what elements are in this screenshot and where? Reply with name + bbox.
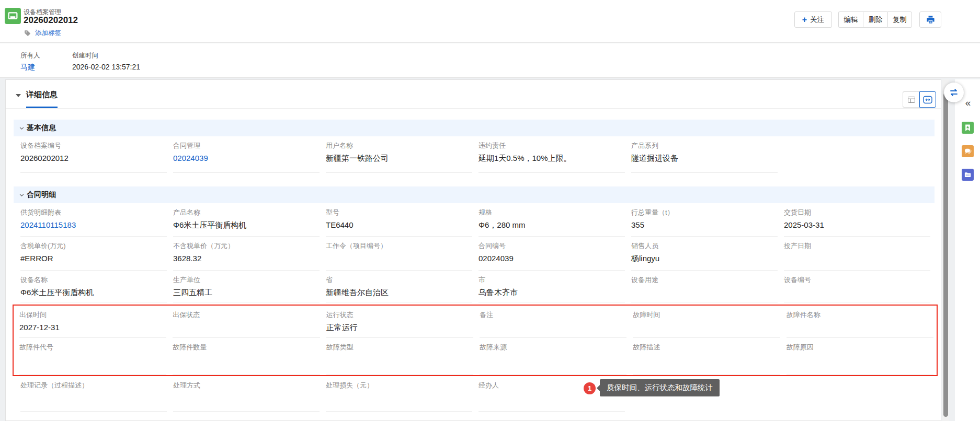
tab-detail-info[interactable]: 详细信息 xyxy=(26,90,58,108)
plus-icon: + xyxy=(802,16,807,24)
field-running-status: 运行状态 正常运行 xyxy=(326,306,473,338)
field-sales-person: 销售人员 杨lingyu xyxy=(631,237,778,271)
add-tag-link[interactable]: 添加标签 xyxy=(35,29,61,38)
field-handle-method: 处理方式 xyxy=(173,376,320,412)
tag-row: 添加标签 xyxy=(24,29,61,38)
field-fault-desc: 故障描述 xyxy=(633,338,780,375)
field-fault-part-code: 故障件代号 xyxy=(19,338,166,375)
printer-icon xyxy=(926,15,936,25)
owner-field: 所有人 马建 xyxy=(20,51,40,72)
layout-swap-button[interactable] xyxy=(944,83,964,102)
empty-cell xyxy=(784,376,930,412)
app-icon xyxy=(5,8,21,24)
created-time-label: 创建时间 xyxy=(72,51,140,60)
record-meta-bar: 所有人 马建 创建时间 2026-02-02 13:57:21 xyxy=(0,43,980,78)
field-delivery-date: 交货日期 2025-03-31 xyxy=(784,203,930,237)
bookmark-star-icon xyxy=(964,124,972,132)
empty-cell xyxy=(784,136,930,173)
folder-icon xyxy=(964,171,972,179)
files-widget-button[interactable] xyxy=(962,169,974,181)
fit-width-view-button[interactable] xyxy=(919,91,936,108)
tab-bar: 详细信息 xyxy=(6,80,941,109)
section-header-contract-detail[interactable]: 合同明细 xyxy=(14,186,935,203)
field-product-series: 产品系列 隧道掘进设备 xyxy=(631,136,778,173)
field-handle-loss: 处理损失（元） xyxy=(326,376,472,412)
top-header-bar: 设备档案管理 20260202012 添加标签 + 关注 编辑 删除 复制 xyxy=(0,0,980,43)
contract-row-3: 设备名称 Φ6米土压平衡盾构机 生产单位 三四五精工 省 新疆维吾尔自治区 市 … xyxy=(20,271,930,302)
detail-panel: 详细信息 基本信息 xyxy=(5,79,941,421)
field-model: 型号 TE6440 xyxy=(326,203,472,237)
contract-row-6: 处理记录（过程描述） 处理方式 处理损失（元） 经办人 1 质保时间、运行状态和… xyxy=(20,376,930,412)
field-fault-part-qty: 故障件数量 xyxy=(173,338,320,375)
swap-arrows-icon xyxy=(949,87,959,98)
field-warranty-end-date: 出保时间 2027-12-31 xyxy=(19,306,166,338)
right-widget-sidebar: « xyxy=(955,79,980,421)
print-button[interactable] xyxy=(919,11,941,28)
chat-widget-button[interactable] xyxy=(962,145,974,157)
layout-view-button[interactable] xyxy=(903,91,919,108)
tag-icon[interactable] xyxy=(24,29,31,37)
contract-row-5: 故障件代号 故障件数量 故障类型 故障来源 故障描述 xyxy=(19,338,933,375)
field-spec: 规格 Φ6，280 mm xyxy=(478,203,625,237)
section-header-basic-info[interactable]: 基本信息 xyxy=(14,120,935,136)
contract-row-2: 含税单价(万元) #ERROR 不含税单价（万元） 3628.32 工作令（项目… xyxy=(20,237,930,271)
field-supply-detail-attachment: 供货明细附表 2024110115183 xyxy=(20,203,167,237)
annotation-highlight-box: 出保时间 2027-12-31 出保状态 运行状态 正常运行 备注 故障时间 xyxy=(13,305,938,376)
field-device-no: 设备编号 xyxy=(784,271,930,302)
field-contract-no: 合同编号 02024039 xyxy=(478,237,625,271)
edit-button[interactable]: 编辑 xyxy=(838,11,863,28)
field-fault-source: 故障来源 xyxy=(480,338,626,375)
field-fault-type: 故障类型 xyxy=(326,338,473,375)
field-user-name: 用户名称 新疆第一铁路公司 xyxy=(326,136,472,173)
field-breach-liability: 违约责任 延期1天0.5%，10%上限。 xyxy=(478,136,625,173)
field-archive-no: 设备档案编号 20260202012 xyxy=(20,136,167,173)
follow-button[interactable]: + 关注 xyxy=(794,11,832,28)
annotation-badge: 1 xyxy=(584,382,596,394)
record-title: 20260202012 xyxy=(24,15,78,26)
fit-width-icon xyxy=(923,96,932,104)
chevron-down-icon xyxy=(19,192,25,198)
created-time-field: 创建时间 2026-02-02 13:57:21 xyxy=(72,51,140,71)
field-device-name: 设备名称 Φ6米土压平衡盾构机 xyxy=(20,271,167,302)
field-warranty-status: 出保状态 xyxy=(173,306,320,338)
contract-mgmt-link[interactable]: 02024039 xyxy=(173,154,320,163)
vertical-scrollbar-track[interactable] xyxy=(942,79,949,421)
field-work-order: 工作令（项目编号） xyxy=(326,237,472,271)
view-toggle-group xyxy=(903,91,936,108)
detail-content: 基本信息 设备档案编号 20260202012 合同管理 02024039 用户… xyxy=(14,120,935,412)
field-fault-reason: 故障原因 xyxy=(787,338,933,375)
chat-bubbles-icon xyxy=(964,147,972,156)
layout-icon xyxy=(907,96,916,104)
field-manufacturer: 生产单位 三四五精工 xyxy=(173,271,320,302)
annotation-tooltip: 质保时间、运行状态和故障统计 xyxy=(600,379,720,396)
owner-label: 所有人 xyxy=(20,51,40,60)
collapse-caret-icon[interactable] xyxy=(16,94,21,97)
field-total-weight: 行总重量（t） 355 xyxy=(631,203,778,237)
supply-detail-link[interactable]: 2024110115183 xyxy=(20,220,167,230)
owner-link[interactable]: 马建 xyxy=(20,63,40,72)
field-contract-mgmt: 合同管理 02024039 xyxy=(173,136,320,173)
chevron-down-icon xyxy=(19,125,25,131)
field-remark: 备注 xyxy=(480,306,626,338)
contract-row-1: 供货明细附表 2024110115183 产品名称 Φ6米土压平衡盾构机 型号 … xyxy=(20,203,930,237)
record-actions: + 关注 编辑 删除 复制 xyxy=(794,11,941,28)
field-fault-time: 故障时间 xyxy=(633,306,780,338)
field-production-date: 投产日期 xyxy=(784,237,930,271)
field-fault-part-name: 故障件名称 xyxy=(787,306,933,338)
bookmark-widget-button[interactable] xyxy=(962,122,974,134)
copy-button[interactable]: 复制 xyxy=(887,11,912,28)
field-device-usage: 设备用途 xyxy=(631,271,778,302)
field-product-name: 产品名称 Φ6米土压平衡盾构机 xyxy=(173,203,320,237)
vertical-scrollbar-thumb[interactable] xyxy=(943,93,948,417)
field-province: 省 新疆维吾尔自治区 xyxy=(326,271,472,302)
field-handle-record: 处理记录（过程描述） xyxy=(20,376,167,412)
field-price-without-tax: 不含税单价（万元） 3628.32 xyxy=(173,237,320,271)
basic-info-row-1: 设备档案编号 20260202012 合同管理 02024039 用户名称 新疆… xyxy=(20,136,930,173)
board-icon xyxy=(7,10,18,21)
field-city: 市 乌鲁木齐市 xyxy=(478,271,625,302)
action-button-group: 编辑 删除 复制 xyxy=(838,11,912,28)
delete-button[interactable]: 删除 xyxy=(863,11,887,28)
field-price-with-tax: 含税单价(万元) #ERROR xyxy=(20,237,167,271)
created-time-value: 2026-02-02 13:57:21 xyxy=(72,63,140,71)
contract-row-4: 出保时间 2027-12-31 出保状态 运行状态 正常运行 备注 故障时间 xyxy=(19,306,933,338)
